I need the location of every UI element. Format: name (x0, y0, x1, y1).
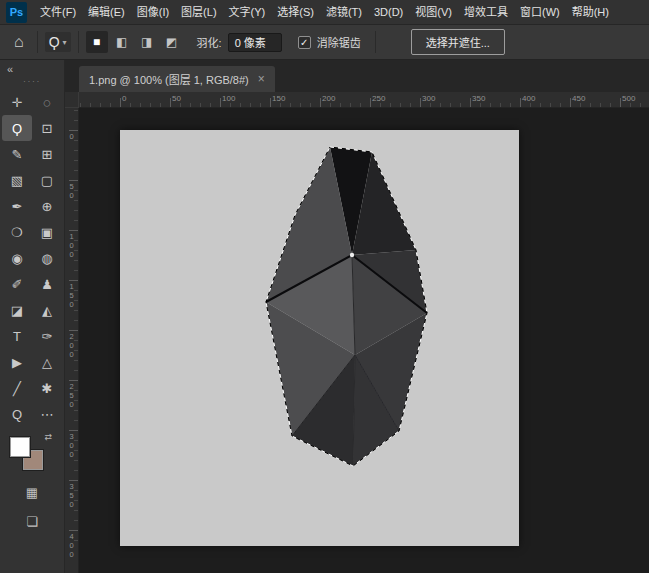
horizontal-ruler[interactable]: 050100150200250300350400450500 (65, 92, 649, 108)
ruler-label: 250 (372, 94, 422, 103)
hand-tool[interactable]: ✱ (32, 375, 62, 401)
menu-item[interactable]: 滤镜(T) (320, 0, 368, 24)
line-tool[interactable]: ╱ (2, 375, 32, 401)
pen-tool[interactable]: ✑ (32, 323, 62, 349)
menu-item[interactable]: 图像(I) (131, 0, 175, 24)
smudge-tool[interactable]: ◍ (32, 245, 62, 271)
ruler-label: 200 (322, 94, 372, 103)
menu-item[interactable]: 编辑(E) (82, 0, 131, 24)
healing-brush-tool[interactable]: ⊕ (32, 193, 62, 219)
shape-tool[interactable]: △ (32, 349, 62, 375)
zoom-tool[interactable]: Q (2, 401, 32, 427)
lasso-tool-icon: Ϙ (49, 34, 60, 50)
panel-grip-icon[interactable]: ∙∙∙∙ (23, 76, 41, 86)
menu-item[interactable]: 选择(S) (271, 0, 320, 24)
tool-grid: ✛ ◌ Ϙ ⊡ ✎ ⊞ ▧ ▢ ✒ ⊕ ❍ ▣ ◉ ◍ ✐ ♟ (2, 89, 62, 427)
close-icon[interactable]: × (258, 72, 265, 86)
specular-highlight (350, 253, 354, 257)
antialias-label: 消除锯齿 (317, 34, 361, 50)
ruler-label: 400 (522, 94, 572, 103)
document-tab-title: 1.png @ 100% (图层 1, RGB/8#) (89, 71, 249, 87)
blur-tool[interactable]: ❍ (2, 219, 32, 245)
ruler-label: 350 (472, 94, 522, 103)
menu-item[interactable]: 增效工具 (458, 0, 514, 24)
menu-item[interactable]: 文字(Y) (223, 0, 272, 24)
move-tool[interactable]: ✛ (2, 89, 32, 115)
ruler-label: 50 (67, 182, 76, 232)
eraser-tool[interactable]: ◪ (2, 297, 32, 323)
ruler-label: 0 (122, 94, 172, 103)
menu-bar: Ps 文件(F) 编辑(E) 图像(I) 图层(L) 文字(Y) 选择(S) 滤… (0, 0, 649, 25)
menu-item[interactable]: 3D(D) (368, 0, 409, 24)
eyedropper-tool[interactable]: ✒ (2, 193, 32, 219)
path-selection-tool[interactable]: ▶ (2, 349, 32, 375)
document-canvas[interactable] (120, 130, 519, 546)
vertical-ruler[interactable]: 050100150200250300350400 (65, 108, 79, 573)
feather-input[interactable]: 0 像素 (228, 33, 282, 52)
clone-stamp-tool[interactable]: ♟ (32, 271, 62, 297)
tools-panel: « ∙∙∙∙ ✛ ◌ Ϙ ⊡ ✎ ⊞ ▧ ▢ ✒ ⊕ ❍ ▣ ◉ ◍ (0, 60, 65, 573)
quick-selection-tool[interactable]: ✎ (2, 141, 32, 167)
swap-colors-icon[interactable]: ⇄ (44, 432, 52, 442)
intersect-selection-icon[interactable]: ◩ (161, 31, 183, 53)
brush-tool[interactable]: ✐ (2, 271, 32, 297)
document-tab-bar: 1.png @ 100% (图层 1, RGB/8#) × (65, 60, 649, 92)
crop-tool[interactable]: ▣ (32, 219, 62, 245)
chevron-down-icon: ▾ (63, 38, 67, 47)
frame-tool[interactable]: ⊞ (32, 141, 62, 167)
selection-mode-group: ■ ◧ ◨ ◩ (86, 31, 183, 53)
screen-mode-icon[interactable]: ❏ (26, 514, 38, 529)
ruler-label: 500 (622, 94, 649, 103)
menu-item[interactable]: 视图(V) (409, 0, 458, 24)
current-tool-preset[interactable]: Ϙ ▾ (45, 32, 71, 52)
ruler-label: 350 (67, 482, 76, 532)
menu-item[interactable]: 文件(F) (34, 0, 82, 24)
ruler-label: 100 (222, 94, 272, 103)
menu-item[interactable]: 帮助(H) (566, 0, 615, 24)
ruler-label: 200 (67, 332, 76, 382)
marquee-tool[interactable]: ◌ (32, 89, 62, 115)
ruler-label: 100 (67, 232, 76, 282)
tool-options-bar: ⌂ Ϙ ▾ ■ ◧ ◨ ◩ 羽化: 0 像素 ✓ 消除锯齿 选择并遮住... (0, 25, 649, 60)
ruler-label: 250 (67, 382, 76, 432)
separator (78, 31, 79, 53)
home-icon[interactable]: ⌂ (8, 33, 30, 51)
spot-healing-tool[interactable]: ◉ (2, 245, 32, 271)
document-tab[interactable]: 1.png @ 100% (图层 1, RGB/8#) × (79, 66, 275, 92)
photoshop-logo: Ps (6, 2, 27, 23)
type-tool[interactable]: T (2, 323, 32, 349)
foreground-color-swatch[interactable] (10, 437, 30, 457)
object-selection-tool[interactable]: ⊡ (32, 115, 62, 141)
antialias-checkbox[interactable]: ✓ (298, 36, 311, 49)
ruler-label: 400 (67, 532, 76, 573)
ruler-label: 300 (422, 94, 472, 103)
select-and-mask-button[interactable]: 选择并遮住... (411, 29, 505, 55)
collapse-panel-icon[interactable]: « (0, 60, 20, 75)
color-swatches: ⇄ (10, 435, 54, 471)
vertical-ruler-labels: 050100150200250300350400 (67, 132, 76, 573)
ruler-label: 300 (67, 432, 76, 482)
ruler-label: 150 (67, 282, 76, 332)
horizontal-ruler-labels: 050100150200250300350400450500 (122, 94, 649, 103)
selection-brush-tool[interactable]: ▢ (32, 167, 62, 193)
quick-mask-icon[interactable]: ▦ (26, 485, 38, 500)
separator (37, 31, 38, 53)
lasso-tool[interactable]: Ϙ (2, 115, 32, 141)
subtract-from-selection-icon[interactable]: ◨ (136, 31, 158, 53)
gradient-tool[interactable]: ▧ (2, 167, 32, 193)
separator (375, 31, 376, 53)
menu-item[interactable]: 窗口(W) (514, 0, 566, 24)
menu-item[interactable]: 图层(L) (175, 0, 222, 24)
antialias-group: ✓ 消除锯齿 (298, 34, 361, 50)
menu-items: 文件(F) 编辑(E) 图像(I) 图层(L) 文字(Y) 选择(S) 滤镜(T… (34, 0, 615, 24)
gem-artwork (120, 130, 519, 546)
ruler-label: 450 (572, 94, 622, 103)
canvas-workspace[interactable] (79, 108, 649, 573)
sharpen-tool[interactable]: ◭ (32, 297, 62, 323)
ruler-corner (65, 92, 79, 108)
ruler-label: 150 (272, 94, 322, 103)
add-to-selection-icon[interactable]: ◧ (111, 31, 133, 53)
more-tools[interactable]: ⋯ (32, 401, 62, 427)
new-selection-icon[interactable]: ■ (86, 31, 108, 53)
ruler-label: 50 (172, 94, 222, 103)
